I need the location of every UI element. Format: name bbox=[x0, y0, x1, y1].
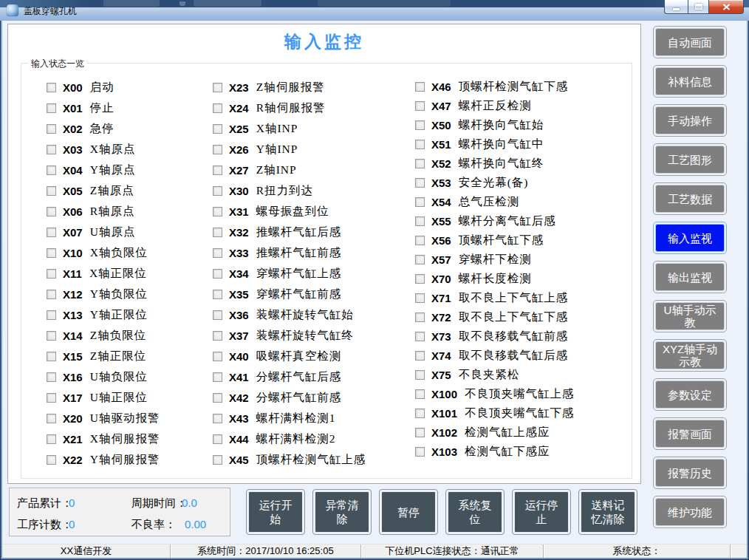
input-checkbox-x50[interactable] bbox=[415, 120, 425, 130]
input-address: X35 bbox=[229, 288, 249, 301]
input-checkbox-x13[interactable] bbox=[47, 310, 56, 320]
input-checkbox-x46[interactable] bbox=[415, 82, 425, 92]
control-button-4[interactable]: 系统复位 bbox=[445, 489, 505, 535]
minimize-button[interactable] bbox=[664, 0, 688, 14]
input-checkbox-x16[interactable] bbox=[47, 372, 56, 382]
input-checkbox-x57[interactable] bbox=[415, 255, 425, 264]
input-checkbox-x41[interactable] bbox=[213, 372, 222, 382]
input-checkbox-x40[interactable] bbox=[213, 352, 222, 361]
input-checkbox-x43[interactable] bbox=[213, 414, 222, 423]
input-checkbox-x11[interactable] bbox=[47, 269, 56, 279]
input-checkbox-x26[interactable] bbox=[213, 145, 222, 154]
input-checkbox-x05[interactable] bbox=[47, 186, 56, 196]
input-checkbox-x22[interactable] bbox=[47, 455, 56, 465]
input-checkbox-x53[interactable] bbox=[415, 178, 425, 188]
input-checkbox-x12[interactable] bbox=[47, 290, 56, 299]
nav-button-7[interactable]: 输出监视 bbox=[653, 261, 727, 293]
input-checkbox-x75[interactable] bbox=[415, 370, 425, 380]
input-checkbox-x36[interactable] bbox=[213, 310, 222, 320]
nav-button-3[interactable]: 手动操作 bbox=[653, 104, 727, 137]
input-checkbox-x52[interactable] bbox=[415, 159, 425, 168]
window-title: 盖板穿螺孔机 bbox=[24, 5, 77, 18]
close-button[interactable] bbox=[709, 0, 744, 14]
input-checkbox-x01[interactable] bbox=[47, 103, 56, 113]
nav-button-8[interactable]: U轴手动示教 bbox=[653, 300, 727, 332]
input-checkbox-x30[interactable] bbox=[213, 186, 222, 196]
nav-button-12[interactable]: 报警历史 bbox=[653, 457, 727, 489]
input-row-x46: X46顶螺杆检测气缸下感 bbox=[415, 77, 575, 96]
counters-panel: 产品累计： 0 周期时间： 0.0 工序计数： 0 不良率： 0.00 bbox=[9, 488, 230, 536]
control-button-3[interactable]: 暂停 bbox=[379, 489, 438, 535]
input-row-x47: X47螺杆正反检测 bbox=[415, 96, 575, 115]
input-checkbox-x101[interactable] bbox=[415, 409, 425, 418]
input-checkbox-x04[interactable] bbox=[47, 165, 56, 175]
titlebar-glass-blob bbox=[179, 1, 185, 6]
input-checkbox-x03[interactable] bbox=[47, 145, 56, 154]
input-checkbox-x47[interactable] bbox=[415, 101, 425, 111]
input-checkbox-x51[interactable] bbox=[415, 140, 425, 149]
input-checkbox-x31[interactable] bbox=[213, 207, 222, 216]
nav-button-2[interactable]: 补料信息 bbox=[653, 65, 727, 98]
input-checkbox-x07[interactable] bbox=[47, 228, 56, 237]
input-checkbox-x103[interactable] bbox=[415, 447, 425, 457]
input-checkbox-x37[interactable] bbox=[213, 331, 222, 341]
input-checkbox-x10[interactable] bbox=[47, 248, 56, 258]
control-button-1[interactable]: 运行开始 bbox=[246, 489, 305, 535]
input-checkbox-x56[interactable] bbox=[415, 236, 425, 245]
input-checkbox-x23[interactable] bbox=[213, 83, 222, 92]
input-checkbox-x54[interactable] bbox=[415, 197, 425, 207]
input-checkbox-x74[interactable] bbox=[415, 351, 425, 361]
input-checkbox-x35[interactable] bbox=[213, 290, 222, 299]
nav-button-label: 自动画面 bbox=[655, 28, 725, 56]
close-icon bbox=[722, 4, 731, 10]
input-row-x03: X03X轴原点 bbox=[47, 139, 160, 160]
input-checkbox-x55[interactable] bbox=[415, 216, 425, 226]
nav-button-6[interactable]: 输入监视 bbox=[653, 222, 727, 254]
input-checkbox-x14[interactable] bbox=[47, 331, 56, 341]
nav-button-5[interactable]: 工艺数据 bbox=[653, 182, 727, 215]
input-checkbox-x70[interactable] bbox=[415, 274, 425, 284]
nav-button-4[interactable]: 工艺图形 bbox=[653, 143, 727, 176]
maximize-icon bbox=[695, 4, 702, 10]
nav-button-1[interactable]: 自动画面 bbox=[653, 26, 727, 58]
input-checkbox-x06[interactable] bbox=[47, 207, 56, 216]
input-checkbox-x45[interactable] bbox=[213, 455, 222, 465]
nav-button-10[interactable]: 参数设定 bbox=[653, 378, 727, 411]
input-checkbox-x32[interactable] bbox=[213, 228, 222, 237]
titlebar-glass-blob bbox=[318, 0, 451, 7]
input-checkbox-x02[interactable] bbox=[47, 124, 56, 134]
input-label: 螺杆满料检测1 bbox=[256, 411, 336, 426]
nav-button-9[interactable]: XYZ轴手动示教 bbox=[653, 339, 727, 372]
input-checkbox-x72[interactable] bbox=[415, 313, 425, 322]
status-section-4: 系统状态： bbox=[544, 544, 731, 558]
maximize-button[interactable] bbox=[688, 0, 709, 14]
input-checkbox-x25[interactable] bbox=[213, 124, 222, 134]
input-checkbox-x42[interactable] bbox=[213, 393, 222, 403]
input-checkbox-x17[interactable] bbox=[47, 393, 56, 403]
input-checkbox-x15[interactable] bbox=[47, 352, 56, 361]
control-button-5[interactable]: 运行停止 bbox=[512, 489, 571, 535]
input-checkbox-x33[interactable] bbox=[213, 248, 222, 258]
product-total-label: 产品累计： bbox=[17, 496, 72, 511]
control-button-2[interactable]: 异常清除 bbox=[312, 489, 372, 535]
input-row-x11: X11X轴正限位 bbox=[47, 263, 160, 284]
input-checkbox-x44[interactable] bbox=[213, 434, 222, 444]
input-checkbox-x20[interactable] bbox=[47, 414, 56, 423]
control-button-6[interactable]: 送料记忆清除 bbox=[578, 489, 637, 535]
nav-button-label: 手动操作 bbox=[655, 106, 725, 134]
nav-button-11[interactable]: 报警画面 bbox=[653, 417, 727, 450]
input-checkbox-x102[interactable] bbox=[415, 428, 425, 437]
input-address: X74 bbox=[431, 349, 451, 362]
input-checkbox-x71[interactable] bbox=[415, 293, 425, 303]
input-checkbox-x24[interactable] bbox=[213, 103, 222, 113]
input-checkbox-x27[interactable] bbox=[213, 165, 222, 175]
input-checkbox-x34[interactable] bbox=[213, 269, 222, 279]
input-label: 顶螺杆检测气缸下感 bbox=[459, 79, 569, 95]
input-checkbox-x73[interactable] bbox=[415, 332, 425, 341]
input-checkbox-x00[interactable] bbox=[47, 83, 56, 92]
input-row-x35: X35穿螺杆气缸前感 bbox=[213, 284, 366, 304]
input-checkbox-x21[interactable] bbox=[47, 434, 56, 444]
input-label: Y轴原点 bbox=[90, 163, 136, 178]
nav-button-13[interactable]: 维护功能 bbox=[653, 496, 727, 528]
input-checkbox-x100[interactable] bbox=[415, 389, 425, 399]
